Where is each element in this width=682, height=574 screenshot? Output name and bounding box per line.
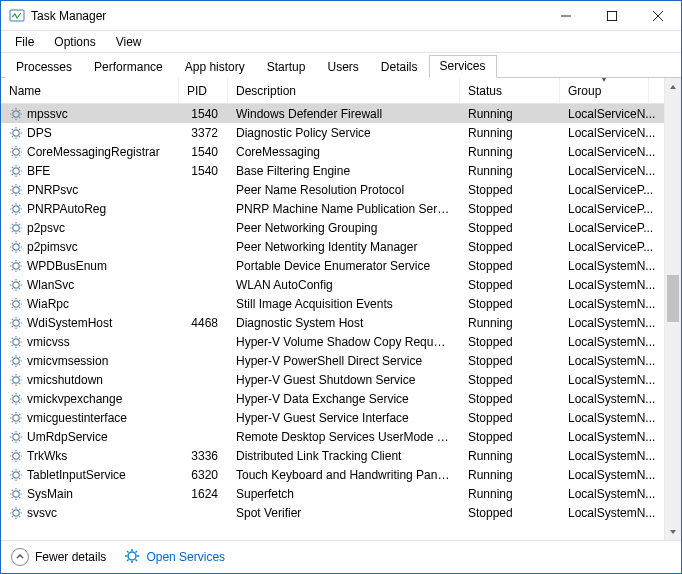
service-pid: 3336	[179, 449, 228, 463]
svg-point-122	[13, 357, 19, 363]
service-row[interactable]: vmicvmsessionHyper-V PowerShell Direct S…	[1, 351, 664, 370]
vertical-scrollbar[interactable]	[664, 78, 681, 540]
service-description: Peer Networking Grouping	[228, 221, 460, 235]
tab-performance[interactable]: Performance	[83, 56, 174, 78]
menubar: File Options View	[1, 31, 681, 53]
col-group[interactable]: Group ▾	[560, 78, 649, 103]
service-row[interactable]: svsvcSpot VerifierStoppedLocalSystemN...	[1, 503, 664, 522]
service-row[interactable]: BFE1540Base Filtering EngineRunningLocal…	[1, 161, 664, 180]
column-headers: Name PID Description Status Group ▾	[1, 78, 664, 104]
tab-app-history[interactable]: App history	[174, 56, 256, 78]
tab-details[interactable]: Details	[370, 56, 429, 78]
service-gear-icon	[9, 449, 23, 463]
service-name: PNRPAutoReg	[27, 202, 106, 216]
col-status[interactable]: Status	[460, 78, 560, 103]
menu-view[interactable]: View	[108, 33, 150, 51]
service-group: LocalSystemN...	[560, 335, 664, 349]
service-group: LocalServiceP...	[560, 221, 664, 235]
services-gear-icon	[124, 548, 140, 567]
service-description: WLAN AutoConfig	[228, 278, 460, 292]
service-row[interactable]: TrkWks3336Distributed Link Tracking Clie…	[1, 446, 664, 465]
svg-line-109	[12, 318, 13, 319]
svg-line-184	[19, 470, 20, 471]
service-row[interactable]: WiaRpcStill Image Acquisition EventsStop…	[1, 294, 664, 313]
svg-marker-204	[670, 530, 676, 534]
service-name: BFE	[27, 164, 50, 178]
service-description: Touch Keyboard and Handwriting Pane...	[228, 468, 460, 482]
svg-line-199	[12, 508, 13, 509]
service-description: Windows Defender Firewall	[228, 107, 460, 121]
service-name: WdiSystemHost	[27, 316, 112, 330]
svg-rect-0	[10, 10, 24, 21]
service-status: Stopped	[460, 259, 560, 273]
service-row[interactable]: vmicvssHyper-V Volume Shadow Copy Reques…	[1, 332, 664, 351]
close-button[interactable]	[635, 1, 681, 31]
service-status: Stopped	[460, 506, 560, 520]
task-manager-window: Task Manager File Options View Processes…	[0, 0, 682, 574]
service-row[interactable]: TabletInputService6320Touch Keyboard and…	[1, 465, 664, 484]
service-row[interactable]: p2psvcPeer Networking GroupingStoppedLoc…	[1, 218, 664, 237]
svg-line-67	[19, 223, 20, 224]
tab-services[interactable]: Services	[429, 55, 497, 78]
titlebar[interactable]: Task Manager	[1, 1, 681, 31]
service-row[interactable]: mpssvc1540Windows Defender FirewallRunni…	[1, 104, 664, 123]
svg-line-58	[19, 204, 20, 205]
service-row[interactable]: WlanSvcWLAN AutoConfigStoppedLocalSystem…	[1, 275, 664, 294]
menu-options[interactable]: Options	[46, 33, 103, 51]
svg-line-19	[12, 128, 13, 129]
fewer-details-button[interactable]: Fewer details	[11, 548, 106, 566]
service-row[interactable]: DPS3372Diagnostic Policy ServiceRunningL…	[1, 123, 664, 142]
svg-point-176	[13, 471, 19, 477]
app-icon	[9, 8, 25, 24]
service-status: Running	[460, 145, 560, 159]
maximize-button[interactable]	[589, 1, 635, 31]
menu-file[interactable]: File	[7, 33, 42, 51]
scroll-thumb[interactable]	[667, 275, 679, 322]
service-status: Stopped	[460, 335, 560, 349]
service-row[interactable]: PNRPsvcPeer Name Resolution ProtocolStop…	[1, 180, 664, 199]
scroll-up-button[interactable]	[665, 78, 681, 95]
service-row[interactable]: p2pimsvcPeer Networking Identity Manager…	[1, 237, 664, 256]
svg-line-127	[12, 356, 13, 357]
service-row[interactable]: vmickvpexchangeHyper-V Data Exchange Ser…	[1, 389, 664, 408]
service-name: vmicvmsession	[27, 354, 108, 368]
open-services-link[interactable]: Open Services	[124, 548, 225, 567]
service-group: LocalServiceP...	[560, 183, 664, 197]
tab-startup[interactable]: Startup	[256, 56, 317, 78]
service-row[interactable]: vmicshutdownHyper-V Guest Shutdown Servi…	[1, 370, 664, 389]
scroll-down-button[interactable]	[665, 523, 681, 540]
svg-line-165	[12, 440, 13, 441]
service-group: LocalSystemN...	[560, 468, 664, 482]
service-description: Remote Desktop Services UserMode Po...	[228, 430, 460, 444]
col-pid[interactable]: PID	[179, 78, 228, 103]
service-gear-icon	[9, 278, 23, 292]
col-name[interactable]: Name	[1, 78, 179, 103]
tab-users[interactable]: Users	[316, 56, 369, 78]
col-description[interactable]: Description	[228, 78, 460, 103]
scroll-track[interactable]	[665, 95, 681, 523]
tab-processes[interactable]: Processes	[5, 56, 83, 78]
service-name: TrkWks	[27, 449, 67, 463]
svg-point-205	[128, 552, 136, 560]
svg-line-91	[12, 280, 13, 281]
service-group: LocalSystemN...	[560, 354, 664, 368]
svg-line-11	[19, 117, 20, 118]
svg-line-85	[19, 261, 20, 262]
chevron-up-icon	[11, 548, 29, 566]
service-row[interactable]: WdiSystemHost4468Diagnostic System HostR…	[1, 313, 664, 332]
svg-point-77	[13, 262, 19, 268]
service-row[interactable]: vmicguestinterfaceHyper-V Guest Service …	[1, 408, 664, 427]
service-row[interactable]: WPDBusEnumPortable Device Enumerator Ser…	[1, 256, 664, 275]
service-row[interactable]: SysMain1624SuperfetchRunningLocalSystemN…	[1, 484, 664, 503]
svg-line-121	[19, 337, 20, 338]
service-row[interactable]: CoreMessagingRegistrar1540CoreMessagingR…	[1, 142, 664, 161]
service-group: LocalSystemN...	[560, 373, 664, 387]
minimize-button[interactable]	[543, 1, 589, 31]
svg-marker-203	[670, 85, 676, 89]
service-row[interactable]: UmRdpServiceRemote Desktop Services User…	[1, 427, 664, 446]
service-group: LocalServiceN...	[560, 145, 664, 159]
service-rows[interactable]: mpssvc1540Windows Defender FirewallRunni…	[1, 104, 664, 540]
service-gear-icon	[9, 392, 23, 406]
svg-line-129	[12, 364, 13, 365]
service-row[interactable]: PNRPAutoRegPNRP Machine Name Publication…	[1, 199, 664, 218]
